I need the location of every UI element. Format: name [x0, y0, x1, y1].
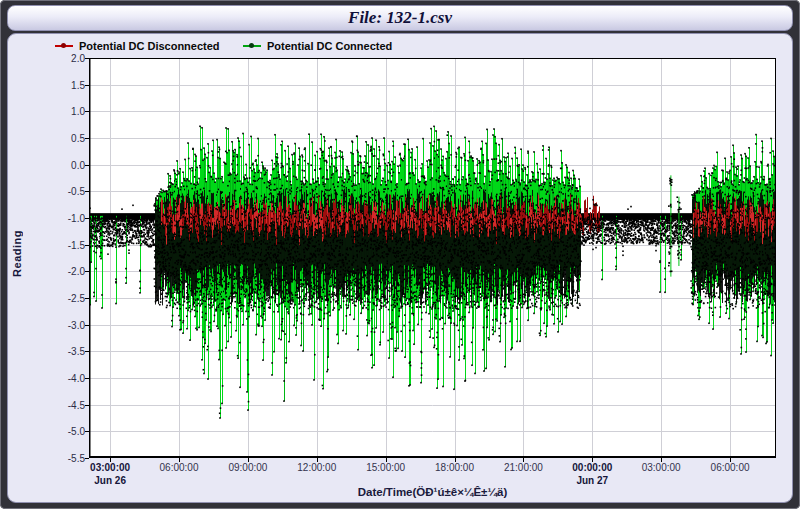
legend-item-dc-connected[interactable]: Potential DC Connected [243, 38, 392, 54]
x-tick-label: 00:00:00 [572, 462, 612, 473]
x-axis-title: Date/Time(ÖÐ¹ú±ê×¼Ê±¼ä) [89, 486, 776, 498]
y-tick-label: 0.5 [51, 133, 85, 144]
y-tick-label: -3.5 [51, 346, 85, 357]
y-tick-label: -4.0 [51, 373, 85, 384]
y-tick-mark [85, 431, 89, 432]
y-tick-mark [85, 405, 89, 406]
x-tick-label: 06:00:00 [711, 462, 750, 473]
y-tick-label: -2.0 [51, 266, 85, 277]
y-tick-mark [85, 165, 89, 166]
plot-area[interactable] [89, 58, 776, 458]
x-tick-label: 03:00:00 [642, 462, 681, 473]
x-tick-label: 12:00:00 [297, 462, 336, 473]
y-tick-mark [85, 378, 89, 379]
y-axis-title: Reading [11, 230, 23, 277]
window-title: File: 132-1.csv [348, 6, 452, 30]
x-tick-date-label: Jun 26 [94, 475, 126, 486]
green-line-marker-icon [243, 45, 261, 47]
x-tick-date-label: Jun 27 [576, 475, 608, 486]
y-tick-label: 2.0 [51, 53, 85, 64]
y-tick-mark [85, 351, 89, 352]
legend-label-dc-disconnected: Potential DC Disconnected [79, 40, 220, 52]
y-tick-mark [85, 245, 89, 246]
y-tick-mark [85, 298, 89, 299]
x-tick-label: 21:00:00 [504, 462, 543, 473]
y-tick-label: 0.0 [51, 159, 85, 170]
y-tick-label: -5.0 [51, 426, 85, 437]
y-tick-label: -2.5 [51, 293, 85, 304]
y-tick-label: -1.0 [51, 213, 85, 224]
y-tick-label: -1.5 [51, 239, 85, 250]
y-tick-mark [85, 458, 89, 459]
y-tick-label: -3.0 [51, 319, 85, 330]
y-tick-mark [85, 111, 89, 112]
red-line-marker-icon [55, 45, 73, 47]
x-tick-label: 03:00:00 [90, 462, 130, 473]
y-tick-mark [85, 191, 89, 192]
y-tick-label: 1.0 [51, 106, 85, 117]
y-tick-mark [85, 58, 89, 59]
y-tick-label: -4.5 [51, 399, 85, 410]
chart-panel: Potential DC Disconnected Potential DC C… [7, 33, 793, 503]
y-tick-label: -0.5 [51, 186, 85, 197]
x-tick-label: 09:00:00 [228, 462, 267, 473]
legend-label-dc-connected: Potential DC Connected [267, 40, 392, 52]
x-tick-label: 18:00:00 [435, 462, 474, 473]
y-tick-mark [85, 325, 89, 326]
chart-canvas[interactable] [89, 58, 776, 458]
window-titlebar: File: 132-1.csv [7, 5, 793, 31]
y-tick-mark [85, 85, 89, 86]
x-tick-label: 06:00:00 [160, 462, 199, 473]
y-tick-label: -5.5 [51, 453, 85, 464]
y-tick-mark [85, 218, 89, 219]
x-tick-label: 15:00:00 [366, 462, 405, 473]
y-tick-mark [85, 271, 89, 272]
app-window: File: 132-1.csv Potential DC Disconnecte… [0, 0, 800, 509]
y-tick-mark [85, 138, 89, 139]
y-tick-label: 1.5 [51, 79, 85, 90]
